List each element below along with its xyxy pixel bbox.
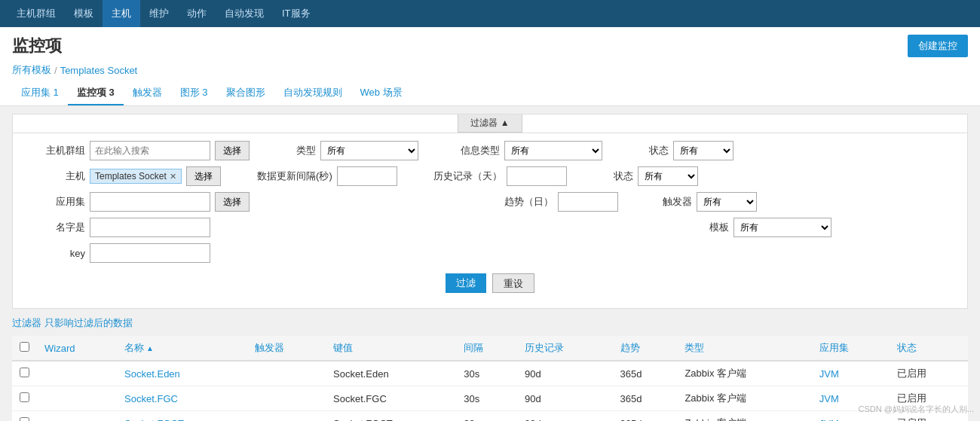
update-interval-input[interactable]: [337, 166, 397, 186]
th-select-all: [12, 336, 37, 361]
template-select[interactable]: 所有: [733, 218, 831, 237]
host-tag: Templates Socket ✕: [90, 169, 182, 184]
cell-trend-2: 365d: [613, 411, 678, 422]
cell-wizard-0: [37, 361, 117, 386]
nav-item-itservice[interactable]: IT服务: [273, 0, 320, 27]
nav-item-maintenance[interactable]: 维护: [140, 0, 178, 27]
filter-row-1: 主机群组 选择 类型 所有 Zabbix客户端 信息类型 所有: [25, 141, 955, 160]
create-monitor-button[interactable]: 创建监控: [908, 35, 968, 57]
host-tag-close-icon[interactable]: ✕: [170, 172, 176, 182]
filter-button[interactable]: 过滤: [446, 273, 486, 293]
cell-wizard-2: [37, 411, 117, 422]
select-all-checkbox[interactable]: [20, 342, 29, 352]
state-select-2[interactable]: 所有 已启用 已禁用: [638, 166, 698, 186]
state-label-2: 状态: [603, 169, 633, 183]
cell-trigger-0: [247, 361, 326, 386]
tab-triggers[interactable]: 触发器: [124, 81, 171, 105]
tab-autodiscovery-rules[interactable]: 自动发现规则: [274, 81, 351, 105]
filter-group-key: key: [25, 243, 210, 263]
filter-toggle-button[interactable]: 过滤器 ▲: [458, 114, 522, 133]
th-status[interactable]: 状态: [890, 336, 968, 361]
app-set-input[interactable]: [90, 192, 210, 212]
filter-group-trigger: 触发器 所有 有 无: [654, 192, 757, 212]
breadcrumb-templates-socket[interactable]: Templates Socket: [60, 65, 138, 76]
breadcrumb-all-templates[interactable]: 所有模板: [12, 63, 51, 77]
reset-button[interactable]: 重设: [492, 273, 534, 293]
cell-name-2: Socket.FGCT: [117, 411, 247, 422]
table-header: Wizard 名称 触发器 键值 间隔 历史记录 趋势 类型 应用集 状态: [12, 336, 968, 361]
cell-wizard-1: [37, 386, 117, 411]
th-wizard[interactable]: Wizard: [37, 336, 117, 361]
nav-item-hostgroup[interactable]: 主机群组: [8, 0, 65, 27]
cell-name-1: Socket.FGC: [117, 386, 247, 411]
th-type[interactable]: 类型: [677, 336, 811, 361]
cell-key-2: Socket.FGCT: [326, 411, 456, 422]
info-type-select[interactable]: 所有: [504, 141, 602, 160]
filter-group-host: 主机 Templates Socket ✕ 选择: [25, 166, 221, 186]
tab-graphs[interactable]: 图形 3: [171, 81, 217, 105]
host-select-button[interactable]: 选择: [186, 166, 221, 186]
row-checkbox-1[interactable]: [20, 392, 29, 402]
row-checkbox-2[interactable]: [20, 417, 29, 421]
th-history[interactable]: 历史记录: [517, 336, 612, 361]
th-key[interactable]: 键值: [326, 336, 456, 361]
app-link-0[interactable]: JVM: [819, 368, 839, 380]
data-table: Wizard 名称 触发器 键值 间隔 历史记录 趋势 类型 应用集 状态 So…: [12, 336, 968, 421]
filter-group-infotype: 信息类型 所有: [455, 141, 602, 160]
type-select[interactable]: 所有 Zabbix客户端: [320, 141, 418, 160]
cell-interval-2: 30s: [456, 411, 517, 422]
cell-history-1: 90d: [517, 386, 612, 411]
state-select-1[interactable]: 所有 已启用 已禁用: [673, 141, 733, 160]
app-set-select-button[interactable]: 选择: [215, 192, 250, 212]
th-appset[interactable]: 应用集: [812, 336, 890, 361]
table-body: Socket.Eden Socket.Eden 30s 90d 365d Zab…: [12, 361, 968, 421]
item-name-link-1[interactable]: Socket.FGC: [124, 393, 178, 404]
th-trend[interactable]: 趋势: [613, 336, 678, 361]
breadcrumb-separator: /: [54, 65, 57, 76]
tab-monitors[interactable]: 监控项 3: [68, 81, 124, 105]
cell-history-2: 90d: [517, 411, 612, 422]
tab-aggregate[interactable]: 聚合图形: [217, 81, 274, 105]
template-label: 模板: [699, 221, 729, 234]
nav-item-host[interactable]: 主机: [103, 0, 140, 27]
tab-web-scenarios[interactable]: Web 场景: [351, 81, 412, 105]
nav-item-action[interactable]: 动作: [178, 0, 216, 27]
breadcrumb: 所有模板 / Templates Socket: [12, 63, 968, 77]
trend-input[interactable]: [558, 192, 618, 212]
cell-type-2: Zabbix 客户端: [677, 411, 811, 422]
key-input[interactable]: [90, 243, 210, 263]
table-row: Socket.Eden Socket.Eden 30s 90d 365d Zab…: [12, 361, 968, 386]
filter-row-2: 主机 Templates Socket ✕ 选择 数据更新间隔(秒) 历史记录（…: [25, 166, 955, 186]
app-link-2[interactable]: JVM: [819, 418, 839, 422]
trigger-select[interactable]: 所有 有 无: [697, 192, 757, 212]
cell-trigger-1: [247, 386, 326, 411]
tab-appset[interactable]: 应用集 1: [12, 81, 68, 105]
item-name-link-0[interactable]: Socket.Eden: [124, 368, 180, 380]
filter-note-link[interactable]: 过滤器: [12, 317, 41, 328]
th-name[interactable]: 名称: [117, 336, 247, 361]
th-trigger[interactable]: 触发器: [247, 336, 326, 361]
cell-key-1: Socket.FGC: [326, 386, 456, 411]
cell-history-0: 90d: [517, 361, 612, 386]
nav-item-autodiscovery[interactable]: 自动发现: [216, 0, 273, 27]
name-input[interactable]: [90, 218, 210, 237]
app-link-1[interactable]: JVM: [819, 393, 839, 404]
nav-item-template[interactable]: 模板: [65, 0, 103, 27]
update-interval-label: 数据更新间隔(秒): [257, 169, 332, 183]
top-navigation: 主机群组 模板 主机 维护 动作 自动发现 IT服务: [0, 0, 980, 27]
filter-group-state2: 状态 所有 已启用 已禁用: [603, 166, 698, 186]
row-checkbox-0[interactable]: [20, 368, 29, 377]
item-name-link-2[interactable]: Socket.FGCT: [124, 418, 184, 422]
th-interval[interactable]: 间隔: [456, 336, 517, 361]
trend-label: 趋势（日）: [504, 195, 553, 209]
cell-app-0: JVM: [812, 361, 890, 386]
filter-row-5: key: [25, 243, 955, 263]
cell-interval-1: 30s: [456, 386, 517, 411]
page-title: 监控项: [12, 35, 62, 57]
history-input[interactable]: [507, 166, 567, 186]
host-group-input[interactable]: [90, 141, 210, 160]
host-group-select-button[interactable]: 选择: [215, 141, 250, 160]
host-group-label: 主机群组: [25, 144, 85, 157]
filter-group-type: 类型 所有 Zabbix客户端: [286, 141, 418, 160]
cell-type-1: Zabbix 客户端: [677, 386, 811, 411]
